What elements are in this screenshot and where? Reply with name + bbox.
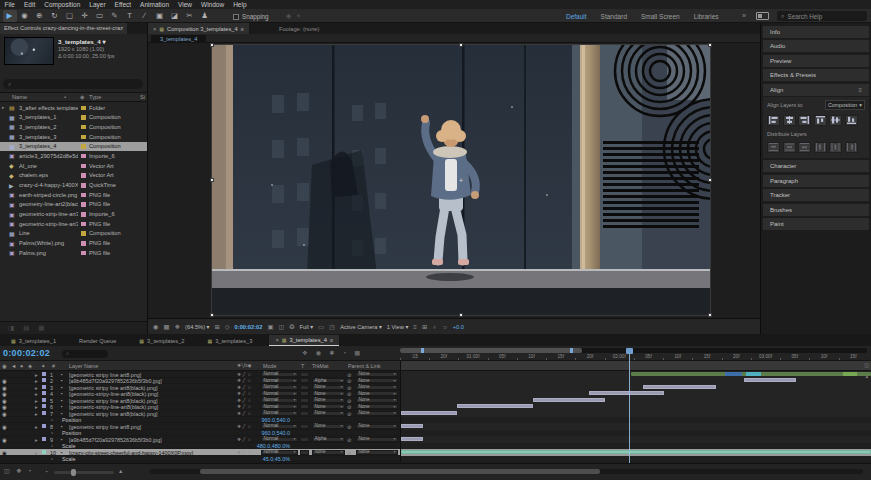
mask-visibility-icon[interactable]: ◇ <box>225 323 230 330</box>
lock-column-icon[interactable]: ◈ <box>28 363 32 369</box>
layer-color-swatch[interactable] <box>42 372 46 376</box>
type-tool[interactable]: T <box>123 10 137 22</box>
grid-guides-icon[interactable]: ⊞ <box>214 323 219 330</box>
menu-edit[interactable]: Edit <box>19 1 39 8</box>
t-switch[interactable] <box>300 450 309 455</box>
layer-duration-bar[interactable] <box>401 437 423 441</box>
panel-character[interactable]: Character <box>763 160 869 172</box>
layer-switches[interactable]: ❖╱☼ <box>237 378 259 383</box>
timeline-tab-3-templates-3[interactable]: ▦3_templates_3 <box>201 335 258 346</box>
switches-column-icons[interactable]: ❖╲fx◉ <box>237 363 251 368</box>
project-column-headers[interactable]: Name ▴ ◆ Type Si <box>0 92 147 102</box>
label-color-swatch[interactable] <box>81 154 86 159</box>
timeline-tab-3-templates-4[interactable]: ×▦3_templates_4≡ <box>269 335 339 346</box>
view-layout-popup[interactable]: Active Camera ▾ <box>340 324 382 330</box>
align-layers-to-select[interactable]: Composition▾ <box>825 100 865 110</box>
magnification-popup[interactable]: (64.5%) ▾ <box>185 324 209 330</box>
t-switch[interactable] <box>300 437 309 442</box>
parent-link-select[interactable]: None▾ <box>356 391 398 396</box>
trkmat-select[interactable]: Alpha▾ <box>312 378 345 383</box>
label-column-icon[interactable]: ◆ <box>80 94 84 100</box>
column-type[interactable]: Type <box>89 94 101 100</box>
layer-handle[interactable] <box>459 313 463 317</box>
layer-switches[interactable]: ❖╱☼ <box>237 450 259 455</box>
parent-link-select[interactable]: None▾ <box>356 385 398 390</box>
timeline-button-icon[interactable]: ♁ <box>432 323 437 330</box>
fast-previews-icon[interactable]: ⊞ <box>422 323 427 330</box>
layer-handle[interactable] <box>210 43 214 47</box>
audio-column-icon[interactable]: ◄ <box>11 363 16 369</box>
layer-duration-bar[interactable] <box>401 450 871 454</box>
panel-paragraph[interactable]: Paragraph <box>763 175 869 187</box>
close-icon[interactable]: × <box>153 26 156 32</box>
layer-switches[interactable]: ❖╱☼ <box>237 372 259 377</box>
layer-handle[interactable] <box>210 313 214 317</box>
trkmat-select[interactable]: None▾ <box>312 404 345 409</box>
delete-item-icon[interactable]: ◌ <box>53 325 57 332</box>
comp-marker-icon[interactable]: ◫ <box>864 362 869 368</box>
panel-menu-icon[interactable]: ≡ <box>330 337 333 343</box>
stopwatch-icon[interactable]: ◔ <box>50 456 53 462</box>
trkmat-select[interactable]: None▾ <box>312 411 345 416</box>
roto-brush-tool[interactable]: ✂ <box>183 10 197 22</box>
viewer-canvas[interactable]: + <box>148 43 760 318</box>
expand-layer-switches-icon[interactable]: ◫ <box>4 467 10 474</box>
layer-color-swatch[interactable] <box>42 424 46 428</box>
timeline-navigator[interactable] <box>400 348 867 353</box>
distribute-right-icon[interactable] <box>845 142 858 153</box>
solo-column-icon[interactable]: ● <box>20 363 23 369</box>
timeline-horizontal-scrollbar[interactable] <box>150 469 863 474</box>
graph-editor-icon[interactable]: ✦ <box>865 374 869 380</box>
menu-effect[interactable]: Effect <box>110 1 136 8</box>
project-item[interactable]: ▦3_templates_2Composition <box>0 122 147 132</box>
blend-mode-select[interactable]: Normal▾ <box>261 378 298 383</box>
navigator-bar[interactable] <box>400 348 582 353</box>
project-item[interactable]: ▣Palms.pngPNG file <box>0 248 147 258</box>
panel-brushes[interactable]: Brushes <box>763 204 869 216</box>
distribute-top-icon[interactable] <box>767 142 780 153</box>
share-view-icon[interactable]: ❖ <box>174 323 180 330</box>
project-item[interactable]: ▣geometry-line-art2(black).pngPNG file <box>0 200 147 210</box>
timeline-tab-3-templates-2[interactable]: ▦3_templates_2 <box>133 335 190 346</box>
distribute-left-icon[interactable] <box>814 142 827 153</box>
align-left-icon[interactable] <box>767 115 780 126</box>
trkmat-select[interactable]: None▾ <box>312 424 345 429</box>
blend-mode-select[interactable]: Normal▾ <box>261 398 298 403</box>
frame-blending-icon[interactable]: ◔ <box>342 349 346 356</box>
label-color-swatch[interactable] <box>81 135 86 140</box>
label-color-swatch[interactable] <box>81 164 86 169</box>
mode-column-header[interactable]: Mode <box>263 363 277 369</box>
align-right-icon[interactable] <box>798 115 811 126</box>
show-snapshot-icon[interactable]: ◫ <box>278 323 284 330</box>
expand-in-out-icon[interactable]: ◔ <box>28 467 32 474</box>
label-column-icon[interactable]: ✦ <box>41 363 46 369</box>
zoom-tool[interactable]: ⊕ <box>33 10 47 22</box>
panel-menu-icon[interactable]: ≡ <box>858 87 862 93</box>
current-timecode[interactable]: 0:00:02:02 <box>3 348 50 358</box>
workspace-small-screen[interactable]: Small Screen <box>641 13 680 20</box>
main-viewer-icon[interactable]: ▦ <box>164 323 170 330</box>
menu-view[interactable]: View <box>174 1 197 8</box>
workspace-overflow-icon[interactable]: » <box>742 12 746 19</box>
t-switch[interactable] <box>300 424 309 429</box>
pen-tool[interactable]: ✎ <box>108 10 122 22</box>
eraser-tool[interactable]: ◪ <box>168 10 182 22</box>
blend-mode-select[interactable]: Normal▾ <box>261 450 298 455</box>
timeline-property-row[interactable]: ◔Scale45.0,45.0% <box>0 456 871 463</box>
hand-tool[interactable]: ◉ <box>18 10 32 22</box>
tab-footage[interactable]: Footage: (none) <box>279 26 319 32</box>
channels-icon[interactable]: ❂ <box>289 323 294 330</box>
label-color-swatch[interactable] <box>81 106 86 111</box>
selection-tool[interactable]: ▶ <box>3 10 17 22</box>
motion-blur-icon[interactable]: ▦ <box>354 349 360 356</box>
parent-link-select[interactable]: None▾ <box>356 378 398 383</box>
preview-timecode[interactable]: 0:00:02:02 <box>235 324 263 330</box>
close-icon[interactable]: × <box>275 337 278 343</box>
menu-window[interactable]: Window <box>197 1 229 8</box>
layer-handle[interactable] <box>459 43 463 47</box>
composition-name[interactable]: 3_templates_4 ▾ <box>58 38 105 45</box>
label-color-swatch[interactable] <box>81 125 86 130</box>
pixel-aspect-icon[interactable]: ≡ <box>413 323 417 330</box>
layer-switches[interactable]: ❖╱☼ <box>237 398 259 403</box>
project-item[interactable]: ▶crazy-d-4-happy-1400X0P.movQuickTime <box>0 181 147 191</box>
